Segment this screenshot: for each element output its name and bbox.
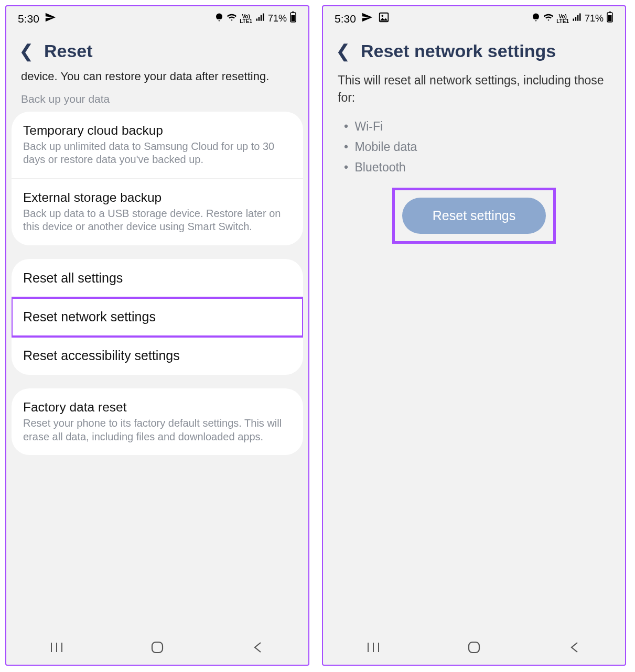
row-title: Reset accessibility settings [23, 348, 292, 363]
status-right: Vo)LTE1 71% [531, 12, 614, 26]
reset-description: This will reset all network settings, in… [323, 69, 625, 112]
battery-icon [606, 12, 614, 26]
telegram-icon [361, 12, 373, 26]
back-button[interactable] [564, 640, 585, 655]
phone-left: 5:30 Vo)LTE1 71% ❮ Reset device. You can… [5, 5, 309, 666]
reset-accessibility-settings[interactable]: Reset accessibility settings [12, 337, 303, 375]
external-storage-backup[interactable]: External storage backup Back up data to … [12, 179, 303, 245]
alarm-icon [214, 13, 224, 25]
home-button[interactable] [464, 640, 485, 655]
status-time: 5:30 [335, 13, 356, 25]
svg-rect-15 [469, 642, 479, 653]
reset-button-container: Reset settings [323, 190, 625, 241]
factory-card: Factory data reset Reset your phone to i… [12, 388, 303, 455]
row-title: External storage backup [23, 190, 292, 205]
volte-icon: Vo)LTE1 [556, 14, 569, 24]
status-time: 5:30 [18, 13, 39, 25]
page-header: ❮ Reset [6, 29, 308, 69]
volte-icon: Vo)LTE1 [240, 14, 252, 24]
svg-rect-10 [609, 12, 611, 13]
row-title: Reset network settings [23, 309, 292, 324]
back-icon[interactable]: ❮ [19, 40, 34, 61]
bullet-wifi: Wi-Fi [344, 116, 604, 137]
row-title: Factory data reset [23, 400, 292, 415]
recents-button[interactable] [46, 640, 67, 655]
signal-icon [572, 12, 582, 25]
factory-data-reset[interactable]: Factory data reset Reset your phone to i… [12, 388, 303, 455]
telegram-icon [45, 12, 56, 26]
page-title: Reset network settings [361, 41, 556, 61]
svg-rect-2 [292, 15, 295, 21]
phone-right: 5:30 Vo)LTE1 71% ❮ Reset network setting… [322, 5, 626, 666]
reset-button-highlight: Reset settings [395, 190, 553, 241]
status-bar: 5:30 Vo)LTE1 71% [6, 6, 308, 29]
bullet-bluetooth: Bluetooth [344, 157, 604, 178]
wifi-icon [543, 12, 554, 25]
battery-pct: 71% [585, 13, 604, 24]
reset-all-settings[interactable]: Reset all settings [12, 259, 303, 298]
svg-point-8 [381, 15, 383, 17]
page-header: ❮ Reset network settings [323, 29, 625, 69]
reset-network-settings[interactable]: Reset network settings [12, 298, 303, 337]
recents-button[interactable] [363, 640, 384, 655]
status-right: Vo)LTE1 71% [214, 12, 297, 26]
row-title: Reset all settings [23, 270, 292, 286]
home-button[interactable] [147, 640, 168, 655]
back-button[interactable] [247, 640, 268, 655]
status-bar: 5:30 Vo)LTE1 71% [323, 6, 625, 29]
intro-text: device. You can restore your data after … [6, 69, 308, 93]
row-title: Temporary cloud backup [23, 123, 292, 138]
page-title: Reset [44, 41, 93, 61]
svg-rect-11 [608, 15, 612, 21]
reset-card: Reset all settings Reset network setting… [12, 259, 303, 375]
battery-icon [289, 12, 297, 26]
status-left: 5:30 [335, 12, 390, 26]
svg-rect-1 [292, 12, 294, 13]
image-icon [378, 12, 390, 26]
battery-pct: 71% [268, 13, 287, 24]
row-sub: Reset your phone to its factory default … [23, 417, 292, 443]
back-icon[interactable]: ❮ [336, 40, 350, 61]
signal-icon [255, 12, 265, 25]
android-nav-bar [6, 630, 308, 665]
section-label: Back up your data [6, 93, 308, 112]
svg-rect-6 [152, 642, 163, 653]
alarm-icon [531, 13, 541, 25]
reset-settings-button[interactable]: Reset settings [402, 198, 546, 234]
row-sub: Back up data to a USB storage device. Re… [23, 207, 292, 234]
wifi-icon [227, 12, 237, 25]
status-left: 5:30 [18, 12, 56, 26]
backup-card: Temporary cloud backup Back up unlimited… [12, 112, 303, 245]
row-sub: Back up unlimited data to Samsung Cloud … [23, 140, 292, 167]
android-nav-bar [323, 630, 625, 665]
reset-bullets: Wi-Fi Mobile data Bluetooth [323, 112, 625, 190]
temporary-cloud-backup[interactable]: Temporary cloud backup Back up unlimited… [12, 112, 303, 179]
bullet-mobile-data: Mobile data [344, 137, 604, 157]
